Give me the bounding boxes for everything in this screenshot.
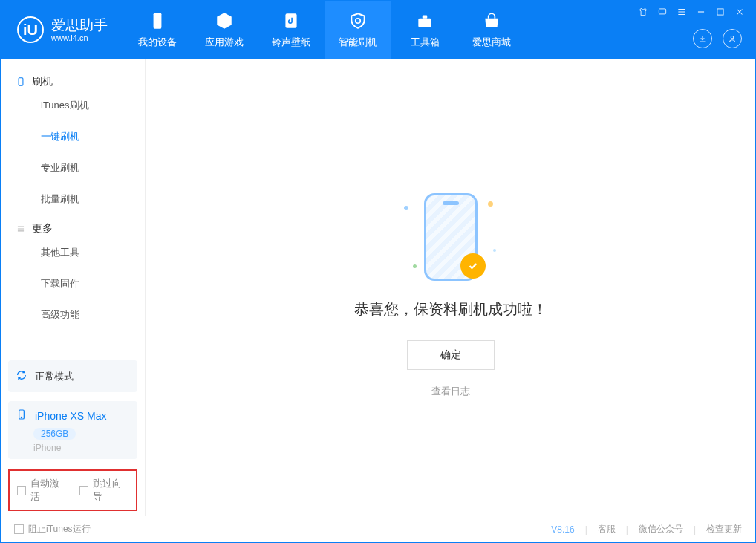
device-storage-badge: 256GB — [33, 428, 76, 440]
sidebar-group-flash: 刷机 — [1, 68, 145, 90]
svg-rect-0 — [154, 13, 162, 29]
list-icon — [16, 224, 26, 234]
check-badge-icon — [460, 253, 486, 279]
footer-link-wechat[interactable]: 微信公众号 — [639, 523, 683, 536]
sidebar: 刷机 iTunes刷机 一键刷机 专业刷机 批量刷机 更多 其他工具 下载固件 … — [1, 59, 146, 516]
app-header: iU 爱思助手 www.i4.cn 我的设备 应用游戏 铃声壁纸 智能刷机 工具… — [1, 1, 755, 59]
svg-rect-2 — [418, 19, 431, 27]
footer-link-service[interactable]: 客服 — [598, 523, 616, 536]
header-actions — [693, 29, 742, 48]
main-tabs: 我的设备 应用游戏 铃声壁纸 智能刷机 工具箱 爱思商城 — [124, 1, 525, 59]
user-icon[interactable] — [723, 29, 742, 48]
checkbox-box-icon — [79, 486, 88, 495]
app-logo-icon: iU — [17, 16, 44, 43]
main-content: 恭喜您，保资料刷机成功啦！ 确定 查看日志 — [146, 59, 755, 516]
sidebar-item-download-firmware[interactable]: 下载固件 — [1, 268, 145, 299]
tab-store[interactable]: 爱思商城 — [458, 1, 525, 59]
window-controls-top — [638, 7, 745, 17]
status-bar: 阻止iTunes运行 V8.16 | 客服 | 微信公众号 | 检查更新 — [1, 516, 755, 542]
cube-icon — [215, 10, 234, 31]
success-message: 恭喜您，保资料刷机成功啦！ — [354, 299, 547, 319]
sidebar-item-advanced[interactable]: 高级功能 — [1, 299, 145, 331]
sidebar-item-onekey-flash[interactable]: 一键刷机 — [1, 121, 145, 152]
menu-icon[interactable] — [677, 7, 687, 17]
sidebar-item-batch-flash[interactable]: 批量刷机 — [1, 183, 145, 215]
svg-rect-7 — [19, 78, 23, 86]
store-icon — [482, 10, 501, 31]
device-type: iPhone — [33, 443, 130, 453]
tab-smart-flash[interactable]: 智能刷机 — [325, 1, 391, 59]
checkbox-skip-setup[interactable]: 跳过向导 — [79, 477, 128, 504]
svg-point-9 — [21, 417, 22, 417]
svg-point-6 — [731, 36, 734, 39]
device-phone-icon — [16, 409, 27, 423]
activation-options-highlight: 自动激活 跳过向导 — [8, 469, 137, 511]
tab-ringtones-wallpapers[interactable]: 铃声壁纸 — [258, 1, 325, 59]
success-illustration — [395, 192, 506, 282]
footer-link-update[interactable]: 检查更新 — [706, 523, 742, 536]
device-name: iPhone XS Max — [35, 410, 107, 422]
svg-rect-1 — [285, 13, 296, 28]
phone-outline-icon — [16, 77, 26, 87]
logo-area: iU 爱思助手 www.i4.cn — [1, 1, 121, 59]
view-log-link[interactable]: 查看日志 — [431, 385, 470, 398]
refresh-shield-icon — [348, 10, 368, 31]
app-body: 刷机 iTunes刷机 一键刷机 专业刷机 批量刷机 更多 其他工具 下载固件 … — [1, 59, 755, 516]
toolbox-icon — [415, 10, 434, 31]
checkbox-block-itunes[interactable]: 阻止iTunes运行 — [14, 523, 91, 536]
svg-rect-3 — [423, 15, 428, 18]
svg-rect-4 — [659, 9, 665, 14]
shirt-icon[interactable] — [638, 7, 648, 17]
sidebar-item-other-tools[interactable]: 其他工具 — [1, 237, 145, 268]
sidebar-group-more: 更多 — [1, 215, 145, 237]
checkbox-box-icon — [14, 524, 24, 534]
minimize-button[interactable] — [696, 7, 706, 17]
tab-toolbox[interactable]: 工具箱 — [391, 1, 458, 59]
tab-apps-games[interactable]: 应用游戏 — [191, 1, 258, 59]
sidebar-item-pro-flash[interactable]: 专业刷机 — [1, 152, 145, 183]
feedback-icon[interactable] — [657, 7, 668, 17]
maximize-button[interactable] — [715, 7, 726, 17]
app-title: 爱思助手 — [51, 18, 108, 32]
tab-my-device[interactable]: 我的设备 — [124, 1, 191, 59]
close-button[interactable] — [734, 7, 745, 17]
sync-icon — [16, 369, 27, 383]
music-file-icon — [281, 10, 301, 31]
checkbox-box-icon — [17, 486, 26, 495]
device-icon — [148, 10, 167, 31]
checkbox-auto-activate[interactable]: 自动激活 — [17, 477, 66, 504]
svg-rect-5 — [717, 9, 723, 15]
device-mode-status[interactable]: 正常模式 — [8, 360, 137, 392]
ok-button[interactable]: 确定 — [407, 340, 495, 370]
download-icon[interactable] — [693, 29, 712, 48]
sidebar-item-itunes-flash[interactable]: iTunes刷机 — [1, 90, 145, 121]
device-info-box[interactable]: iPhone XS Max 256GB iPhone — [8, 401, 137, 459]
version-label: V8.16 — [551, 524, 574, 535]
app-subtitle: www.i4.cn — [51, 33, 108, 42]
